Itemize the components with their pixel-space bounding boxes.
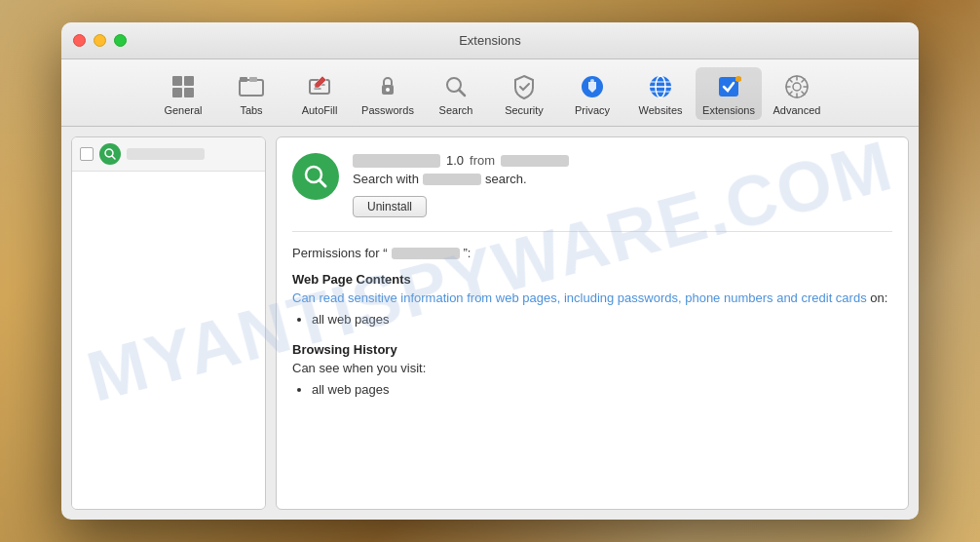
extension-search-row: Search with search. <box>353 172 892 186</box>
svg-rect-6 <box>249 77 257 82</box>
extension-detail-icon <box>292 153 339 200</box>
permissions-title: Permissions for “ ”: <box>292 246 892 260</box>
detail-panel: 1.0 from Search with search. Uninstall P… <box>276 136 909 510</box>
passwords-label: Passwords <box>361 104 414 116</box>
browsing-history-description: Can see when you visit: <box>292 360 892 377</box>
minimize-button[interactable] <box>94 34 106 47</box>
security-icon <box>509 71 540 102</box>
extensions-icon <box>713 71 744 102</box>
web-page-list-item: all web pages <box>312 312 892 327</box>
toolbar: General Tabs AutoFill <box>61 59 919 127</box>
websites-icon <box>645 71 676 102</box>
search-prefix-text: Search with <box>353 172 419 186</box>
sidebar-header <box>72 137 265 172</box>
title-bar: Extensions <box>61 22 919 59</box>
extension-sidebar-icon <box>99 143 121 165</box>
permissions-section: Permissions for “ ”: Web Page Contents C… <box>292 246 892 397</box>
toolbar-item-general[interactable]: General <box>150 67 216 120</box>
browsing-history-list-item: all web pages <box>312 382 892 397</box>
uninstall-button[interactable]: Uninstall <box>353 196 427 217</box>
autofill-icon <box>304 71 335 102</box>
svg-point-12 <box>590 79 594 83</box>
svg-point-9 <box>386 88 390 92</box>
sidebar <box>71 136 266 510</box>
toolbar-item-search[interactable]: Search <box>423 67 489 120</box>
permissions-name-blur <box>392 248 460 259</box>
tabs-label: Tabs <box>240 104 262 116</box>
main-window: Extensions General <box>61 22 919 520</box>
passwords-icon <box>372 71 403 102</box>
extensions-label: Extensions <box>702 104 755 116</box>
tabs-icon <box>236 71 267 102</box>
websites-label: Websites <box>638 104 682 116</box>
web-page-desc-text: Can read sensitive information from web … <box>292 290 867 305</box>
web-page-description: Can read sensitive information from web … <box>292 290 892 307</box>
general-icon <box>168 71 199 102</box>
toolbar-item-privacy[interactable]: Privacy <box>559 67 625 120</box>
search-suffix-text: search. <box>485 172 527 186</box>
extension-source-blur <box>501 155 569 167</box>
privacy-icon <box>577 71 608 102</box>
toolbar-item-tabs[interactable]: Tabs <box>218 67 284 120</box>
browsing-history-list: all web pages <box>312 382 892 397</box>
browsing-history-heading: Browsing History <box>292 342 892 357</box>
permissions-suffix: ”: <box>464 246 471 260</box>
extension-checkbox[interactable] <box>80 147 94 161</box>
extension-version: 1.0 <box>446 153 464 168</box>
sidebar-list <box>72 172 265 509</box>
close-button[interactable] <box>73 34 86 47</box>
svg-point-16 <box>735 76 741 82</box>
permissions-prefix: Permissions for “ <box>292 246 388 260</box>
svg-point-18 <box>793 83 801 91</box>
window-title: Extensions <box>459 33 521 48</box>
toolbar-item-websites[interactable]: Websites <box>627 67 694 120</box>
toolbar-item-security[interactable]: Security <box>491 67 557 120</box>
svg-rect-0 <box>172 76 182 86</box>
web-page-heading: Web Page Contents <box>292 272 892 287</box>
toolbar-item-autofill[interactable]: AutoFill <box>286 67 353 120</box>
permission-browsing-history: Browsing History Can see when you visit:… <box>292 342 892 397</box>
extension-from-text: from <box>470 153 495 168</box>
svg-rect-5 <box>240 77 247 82</box>
search-name-blur <box>423 174 481 185</box>
extension-name-blur <box>353 154 440 168</box>
general-label: General <box>164 104 202 116</box>
web-page-desc-on: on: <box>867 290 888 305</box>
toolbar-item-advanced[interactable]: Advanced <box>764 67 830 120</box>
extension-header: 1.0 from Search with search. Uninstall <box>292 153 892 232</box>
main-content: 1.0 from Search with search. Uninstall P… <box>61 127 919 520</box>
svg-rect-4 <box>240 80 263 96</box>
svg-rect-1 <box>184 76 194 86</box>
toolbar-item-passwords[interactable]: Passwords <box>355 67 421 120</box>
traffic-lights <box>61 34 127 47</box>
privacy-label: Privacy <box>575 104 610 116</box>
advanced-label: Advanced <box>773 104 821 116</box>
web-page-list: all web pages <box>312 312 892 327</box>
search-label: Search <box>439 104 473 116</box>
extension-name-row: 1.0 from <box>353 153 892 168</box>
security-label: Security <box>505 104 544 116</box>
autofill-label: AutoFill <box>302 104 338 116</box>
extension-info: 1.0 from Search with search. Uninstall <box>353 153 892 217</box>
permission-web-page: Web Page Contents Can read sensitive inf… <box>292 272 892 327</box>
maximize-button[interactable] <box>114 34 127 47</box>
extension-sidebar-name <box>127 148 205 160</box>
svg-rect-3 <box>184 88 194 97</box>
toolbar-item-extensions[interactable]: Extensions <box>696 67 762 120</box>
search-icon <box>440 71 471 102</box>
browsing-history-desc-text: Can see when you visit: <box>292 361 426 375</box>
advanced-icon <box>781 71 812 102</box>
svg-rect-2 <box>172 88 182 97</box>
